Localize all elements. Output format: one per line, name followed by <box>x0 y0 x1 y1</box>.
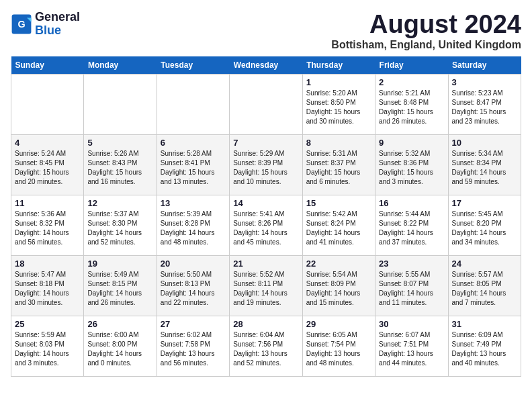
day-number: 17 <box>452 198 517 208</box>
day-number: 1 <box>306 77 371 87</box>
title-area: August 2024 Bottisham, England, United K… <box>331 11 521 51</box>
month-title: August 2024 <box>331 11 521 39</box>
calendar-cell: 2Sunrise: 5:21 AM Sunset: 8:48 PM Daylig… <box>375 74 448 134</box>
calendar-cell: 23Sunrise: 5:55 AM Sunset: 8:07 PM Dayli… <box>375 255 448 316</box>
calendar-cell: 24Sunrise: 5:57 AM Sunset: 8:05 PM Dayli… <box>448 255 521 316</box>
calendar-cell: 27Sunrise: 6:02 AM Sunset: 7:58 PM Dayli… <box>157 316 229 376</box>
logo: G General Blue <box>11 11 80 38</box>
svg-text:G: G <box>17 19 25 30</box>
day-info: Sunrise: 5:55 AM Sunset: 8:07 PM Dayligh… <box>379 270 444 308</box>
day-number: 5 <box>87 138 152 148</box>
calendar-week-row: 1Sunrise: 5:20 AM Sunset: 8:50 PM Daylig… <box>11 74 521 134</box>
calendar-cell: 18Sunrise: 5:47 AM Sunset: 8:18 PM Dayli… <box>11 255 84 316</box>
calendar-cell: 11Sunrise: 5:36 AM Sunset: 8:32 PM Dayli… <box>11 195 84 255</box>
day-info: Sunrise: 6:00 AM Sunset: 8:00 PM Dayligh… <box>87 330 152 368</box>
calendar-week-row: 25Sunrise: 5:59 AM Sunset: 8:03 PM Dayli… <box>11 316 521 376</box>
weekday-header-sunday: Sunday <box>11 56 84 75</box>
calendar-cell: 20Sunrise: 5:50 AM Sunset: 8:13 PM Dayli… <box>157 255 229 316</box>
calendar-body: 1Sunrise: 5:20 AM Sunset: 8:50 PM Daylig… <box>11 74 521 376</box>
day-number: 21 <box>233 259 298 269</box>
calendar-week-row: 18Sunrise: 5:47 AM Sunset: 8:18 PM Dayli… <box>11 255 521 316</box>
day-info: Sunrise: 6:02 AM Sunset: 7:58 PM Dayligh… <box>161 330 226 368</box>
calendar-week-row: 11Sunrise: 5:36 AM Sunset: 8:32 PM Dayli… <box>11 195 521 255</box>
day-number: 7 <box>233 138 298 148</box>
calendar-cell: 6Sunrise: 5:28 AM Sunset: 8:41 PM Daylig… <box>157 134 229 195</box>
day-number: 26 <box>87 319 152 329</box>
day-number: 4 <box>15 138 80 148</box>
day-info: Sunrise: 5:41 AM Sunset: 8:26 PM Dayligh… <box>233 210 298 247</box>
calendar-cell: 16Sunrise: 5:44 AM Sunset: 8:22 PM Dayli… <box>375 195 448 255</box>
day-number: 16 <box>379 198 444 208</box>
day-number: 13 <box>161 198 226 208</box>
day-info: Sunrise: 5:29 AM Sunset: 8:39 PM Dayligh… <box>233 149 298 187</box>
calendar-cell: 9Sunrise: 5:32 AM Sunset: 8:36 PM Daylig… <box>375 134 448 195</box>
weekday-header-thursday: Thursday <box>302 56 375 75</box>
calendar-cell: 19Sunrise: 5:49 AM Sunset: 8:15 PM Dayli… <box>84 255 157 316</box>
day-number: 10 <box>452 138 517 148</box>
calendar-cell: 28Sunrise: 6:04 AM Sunset: 7:56 PM Dayli… <box>230 316 302 376</box>
day-number: 30 <box>379 319 444 329</box>
calendar-cell: 14Sunrise: 5:41 AM Sunset: 8:26 PM Dayli… <box>230 195 302 255</box>
day-number: 27 <box>161 319 226 329</box>
day-info: Sunrise: 5:50 AM Sunset: 8:13 PM Dayligh… <box>161 270 226 308</box>
day-info: Sunrise: 5:52 AM Sunset: 8:11 PM Dayligh… <box>233 270 298 308</box>
day-number: 18 <box>15 259 80 269</box>
day-info: Sunrise: 5:37 AM Sunset: 8:30 PM Dayligh… <box>87 210 152 247</box>
day-info: Sunrise: 5:31 AM Sunset: 8:37 PM Dayligh… <box>306 149 371 187</box>
day-info: Sunrise: 5:36 AM Sunset: 8:32 PM Dayligh… <box>15 210 80 247</box>
calendar-cell: 31Sunrise: 6:09 AM Sunset: 7:49 PM Dayli… <box>448 316 521 376</box>
header: G General Blue August 2024 Bottisham, En… <box>11 11 521 51</box>
day-info: Sunrise: 5:49 AM Sunset: 8:15 PM Dayligh… <box>87 270 152 308</box>
day-number: 15 <box>306 198 371 208</box>
day-info: Sunrise: 5:21 AM Sunset: 8:48 PM Dayligh… <box>379 89 444 126</box>
day-info: Sunrise: 6:04 AM Sunset: 7:56 PM Dayligh… <box>233 330 298 368</box>
day-info: Sunrise: 5:32 AM Sunset: 8:36 PM Dayligh… <box>379 149 444 187</box>
calendar-week-row: 4Sunrise: 5:24 AM Sunset: 8:45 PM Daylig… <box>11 134 521 195</box>
logo-line1: General <box>35 11 80 24</box>
calendar-cell <box>230 74 302 134</box>
calendar-cell: 5Sunrise: 5:26 AM Sunset: 8:43 PM Daylig… <box>84 134 157 195</box>
calendar-cell: 12Sunrise: 5:37 AM Sunset: 8:30 PM Dayli… <box>84 195 157 255</box>
calendar-cell: 13Sunrise: 5:39 AM Sunset: 8:28 PM Dayli… <box>157 195 229 255</box>
weekday-header-wednesday: Wednesday <box>230 56 302 75</box>
calendar-cell: 7Sunrise: 5:29 AM Sunset: 8:39 PM Daylig… <box>230 134 302 195</box>
calendar-cell: 1Sunrise: 5:20 AM Sunset: 8:50 PM Daylig… <box>302 74 375 134</box>
day-number: 6 <box>161 138 226 148</box>
day-number: 29 <box>306 319 371 329</box>
day-number: 11 <box>15 198 80 208</box>
day-info: Sunrise: 5:24 AM Sunset: 8:45 PM Dayligh… <box>15 149 80 187</box>
weekday-header-monday: Monday <box>84 56 157 75</box>
calendar-cell: 26Sunrise: 6:00 AM Sunset: 8:00 PM Dayli… <box>84 316 157 376</box>
location: Bottisham, England, United Kingdom <box>331 39 521 51</box>
logo-icon: G <box>11 13 32 35</box>
calendar-cell <box>11 74 84 134</box>
calendar-cell <box>84 74 157 134</box>
day-info: Sunrise: 5:34 AM Sunset: 8:34 PM Dayligh… <box>452 149 517 187</box>
calendar-cell: 25Sunrise: 5:59 AM Sunset: 8:03 PM Dayli… <box>11 316 84 376</box>
calendar-cell <box>157 74 229 134</box>
weekday-header-tuesday: Tuesday <box>157 56 229 75</box>
day-number: 28 <box>233 319 298 329</box>
day-number: 3 <box>452 77 517 87</box>
calendar-table: SundayMondayTuesdayWednesdayThursdayFrid… <box>11 56 521 377</box>
day-number: 8 <box>306 138 371 148</box>
day-number: 22 <box>306 259 371 269</box>
calendar-cell: 3Sunrise: 5:23 AM Sunset: 8:47 PM Daylig… <box>448 74 521 134</box>
calendar-cell: 30Sunrise: 6:07 AM Sunset: 7:51 PM Dayli… <box>375 316 448 376</box>
day-info: Sunrise: 5:44 AM Sunset: 8:22 PM Dayligh… <box>379 210 444 247</box>
day-info: Sunrise: 5:26 AM Sunset: 8:43 PM Dayligh… <box>87 149 152 187</box>
day-info: Sunrise: 6:05 AM Sunset: 7:54 PM Dayligh… <box>306 330 371 368</box>
calendar-cell: 4Sunrise: 5:24 AM Sunset: 8:45 PM Daylig… <box>11 134 84 195</box>
day-number: 24 <box>452 259 517 269</box>
weekday-header-saturday: Saturday <box>448 56 521 75</box>
calendar-cell: 8Sunrise: 5:31 AM Sunset: 8:37 PM Daylig… <box>302 134 375 195</box>
day-info: Sunrise: 5:42 AM Sunset: 8:24 PM Dayligh… <box>306 210 371 247</box>
day-number: 20 <box>161 259 226 269</box>
calendar-cell: 15Sunrise: 5:42 AM Sunset: 8:24 PM Dayli… <box>302 195 375 255</box>
day-info: Sunrise: 5:59 AM Sunset: 8:03 PM Dayligh… <box>15 330 80 368</box>
calendar-header-row: SundayMondayTuesdayWednesdayThursdayFrid… <box>11 56 521 75</box>
day-info: Sunrise: 5:20 AM Sunset: 8:50 PM Dayligh… <box>306 89 371 126</box>
day-number: 2 <box>379 77 444 87</box>
day-number: 9 <box>379 138 444 148</box>
day-number: 12 <box>87 198 152 208</box>
